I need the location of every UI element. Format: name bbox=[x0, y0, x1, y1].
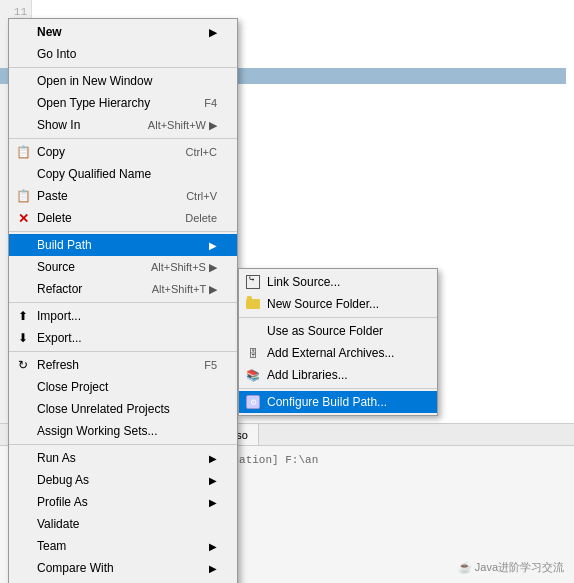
menu-item-paste[interactable]: 📋 Paste Ctrl+V bbox=[9, 185, 237, 207]
menu-item-team[interactable]: Team ▶ bbox=[9, 535, 237, 557]
library-icon: 📚 bbox=[246, 369, 260, 382]
menu-item-copy[interactable]: 📋 Copy Ctrl+C bbox=[9, 141, 237, 163]
separator-3 bbox=[9, 231, 237, 232]
menu-item-import[interactable]: ⬆ Import... bbox=[9, 305, 237, 327]
submenu-add-external-archives[interactable]: 🗄 Add External Archives... bbox=[239, 342, 437, 364]
separator-2 bbox=[9, 138, 237, 139]
menu-item-delete[interactable]: ✕ Delete Delete bbox=[9, 207, 237, 229]
menu-item-compare-with[interactable]: Compare With ▶ bbox=[9, 557, 237, 579]
archive-icon: 🗄 bbox=[248, 348, 258, 359]
menu-item-export[interactable]: ⬇ Export... bbox=[9, 327, 237, 349]
submenu-use-as-source[interactable]: Use as Source Folder bbox=[239, 320, 437, 342]
menu-item-validate[interactable]: Validate bbox=[9, 513, 237, 535]
submenu-new-source-folder[interactable]: New Source Folder... bbox=[239, 293, 437, 315]
menu-item-assign-working-sets[interactable]: Assign Working Sets... bbox=[9, 420, 237, 442]
copy-icon: 📋 bbox=[13, 145, 33, 159]
configure-icon: ⚙ bbox=[246, 395, 260, 409]
watermark: ☕ Java进阶学习交流 bbox=[458, 560, 564, 575]
export-icon: ⬇ bbox=[13, 331, 33, 345]
menu-item-build-path[interactable]: Build Path ▶ bbox=[9, 234, 237, 256]
separator-6 bbox=[9, 444, 237, 445]
submenu-separator-1 bbox=[239, 317, 437, 318]
menu-item-show-in[interactable]: Show In Alt+Shift+W ▶ bbox=[9, 114, 237, 136]
new-source-folder-icon bbox=[246, 299, 260, 309]
menu-item-new[interactable]: New ▶ bbox=[9, 21, 237, 43]
separator-1 bbox=[9, 67, 237, 68]
delete-icon: ✕ bbox=[18, 211, 29, 226]
import-icon: ⬆ bbox=[13, 309, 33, 323]
link-source-icon bbox=[246, 275, 260, 289]
submenu-separator-2 bbox=[239, 388, 437, 389]
menu-item-open-new-window[interactable]: Open in New Window bbox=[9, 70, 237, 92]
menu-item-run-as[interactable]: Run As ▶ bbox=[9, 447, 237, 469]
menu-item-refresh[interactable]: ↻ Refresh F5 bbox=[9, 354, 237, 376]
menu-item-close-unrelated[interactable]: Close Unrelated Projects bbox=[9, 398, 237, 420]
separator-5 bbox=[9, 351, 237, 352]
menu-item-copy-qualified[interactable]: Copy Qualified Name bbox=[9, 163, 237, 185]
menu-item-refactor[interactable]: Refactor Alt+Shift+T ▶ bbox=[9, 278, 237, 300]
submenu-link-source[interactable]: Link Source... bbox=[239, 271, 437, 293]
menu-item-open-type-hierarchy[interactable]: Open Type Hierarchy F4 bbox=[9, 92, 237, 114]
separator-4 bbox=[9, 302, 237, 303]
menu-item-profile-as[interactable]: Profile As ▶ bbox=[9, 491, 237, 513]
menu-item-restore-local[interactable]: Restore from Local History... bbox=[9, 579, 237, 583]
submenu-configure-build-path[interactable]: ⚙ Configure Build Path... bbox=[239, 391, 437, 413]
menu-item-source[interactable]: Source Alt+Shift+S ▶ bbox=[9, 256, 237, 278]
refresh-icon: ↻ bbox=[13, 358, 33, 372]
build-path-submenu: Link Source... New Source Folder... Use … bbox=[238, 268, 438, 416]
menu-item-close-project[interactable]: Close Project bbox=[9, 376, 237, 398]
menu-item-go-into[interactable]: Go Into bbox=[9, 43, 237, 65]
submenu-add-libraries[interactable]: 📚 Add Libraries... bbox=[239, 364, 437, 386]
menu-item-debug-as[interactable]: Debug As ▶ bbox=[9, 469, 237, 491]
context-menu: New ▶ Go Into Open in New Window Open Ty… bbox=[8, 18, 238, 583]
paste-icon: 📋 bbox=[13, 189, 33, 203]
